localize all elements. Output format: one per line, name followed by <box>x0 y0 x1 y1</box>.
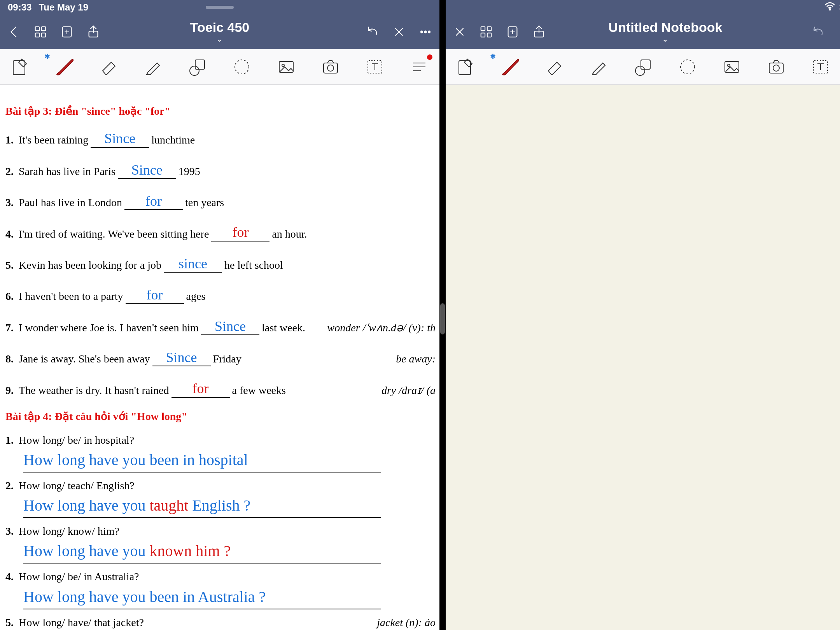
item-number: 3. <box>5 195 19 210</box>
item-text-post: an hour. <box>272 226 307 242</box>
item-text-pre: I'm tired of waiting. We've been sitting… <box>19 226 209 242</box>
highlighter-tool-icon[interactable] <box>142 56 164 78</box>
svg-point-14 <box>282 64 284 66</box>
share-icon[interactable] <box>531 24 547 40</box>
svg-rect-2 <box>35 33 39 37</box>
handwritten-answer: Since <box>104 131 135 146</box>
split-view: 09:33 Tue May 19 Toeic 450⌄ ✱ <box>0 0 840 630</box>
ex3-row: 4. I'm tired of waiting. We've been sitt… <box>5 221 436 241</box>
item-number: 3. <box>5 523 19 539</box>
item-text-post: ten years <box>185 195 224 210</box>
shape-tool-icon[interactable] <box>187 56 208 78</box>
svg-point-8 <box>428 31 430 33</box>
ex3-row: 3. Paul has live in London for ten years <box>5 190 436 210</box>
fill-blank: Since <box>152 346 211 366</box>
add-page-icon[interactable] <box>59 24 75 40</box>
item-text-post: a few weeks <box>232 383 286 398</box>
bluetooth-icon: ✱ <box>490 52 496 61</box>
back-icon[interactable] <box>6 24 22 40</box>
item-text-pre: It's been raining <box>19 132 88 147</box>
ex3-row: 1. It's been raining Since lunchtime <box>5 127 436 147</box>
svg-point-35 <box>773 65 779 71</box>
undo-icon[interactable] <box>365 24 380 40</box>
item-text-pre: I wonder where Joe is. I haven't seen hi… <box>19 320 199 335</box>
title-bar-left: Toeic 450⌄ <box>0 15 439 49</box>
image-tool-icon[interactable] <box>721 56 743 78</box>
item-text-post: last week. <box>262 320 305 335</box>
svg-point-7 <box>425 31 427 33</box>
svg-rect-0 <box>35 27 39 31</box>
pen-tool-icon[interactable] <box>499 56 521 78</box>
close-icon[interactable] <box>391 24 407 40</box>
handwritten-answer: for <box>232 224 248 240</box>
shape-tool-icon[interactable] <box>632 56 654 78</box>
highlighter-tool-icon[interactable] <box>588 56 610 78</box>
left-pane: 09:33 Tue May 19 Toeic 450⌄ ✱ <box>0 0 439 630</box>
readonly-icon[interactable] <box>9 56 31 78</box>
add-page-icon[interactable] <box>505 24 520 40</box>
item-text-post: ages <box>186 289 206 304</box>
close-icon <box>837 24 840 40</box>
svg-point-18 <box>829 9 831 10</box>
handwritten-answer-line: How long have you been in hospital <box>23 449 381 472</box>
ex4-row: 2. How long/ teach/ English? <box>5 478 436 493</box>
handwritten-answer: Since <box>166 350 197 365</box>
camera-tool-icon[interactable] <box>320 56 341 78</box>
image-tool-icon[interactable] <box>275 56 297 78</box>
more-tools-icon[interactable] <box>408 56 430 78</box>
svg-point-31 <box>681 60 695 74</box>
doc-title-left[interactable]: Toeic 450⌄ <box>190 20 249 43</box>
item-number: 8. <box>5 351 19 366</box>
grid-icon[interactable] <box>33 24 48 40</box>
document-content-right[interactable] <box>446 85 840 630</box>
handwritten-answer: Since <box>215 318 246 334</box>
item-number: 4. <box>5 569 19 584</box>
item-text-pre: Jane is away. She's been away <box>19 351 150 366</box>
eraser-tool-icon[interactable] <box>544 56 565 78</box>
item-text-pre: I haven't been to a party <box>19 289 123 304</box>
split-divider[interactable] <box>439 0 446 630</box>
item-number: 6. <box>5 289 19 304</box>
doc-title-right[interactable]: Untitled Notebook⌄ <box>609 20 723 43</box>
svg-rect-3 <box>42 33 46 37</box>
text-tool-icon[interactable] <box>810 56 831 78</box>
multitask-pill-icon[interactable] <box>206 6 234 9</box>
ex4-row: 3. How long/ know/ him? <box>5 523 436 539</box>
bluetooth-icon: ✱ <box>44 52 50 61</box>
document-content-left[interactable]: Bài tập 3: Điền "since" hoặc "for" 1. It… <box>0 85 439 630</box>
question-text: How long/ have/ that jacket? <box>19 615 144 630</box>
readonly-icon[interactable] <box>455 56 477 78</box>
item-text-post: he left school <box>224 257 283 273</box>
item-number: 5. <box>5 257 19 273</box>
fill-blank: for <box>211 221 270 241</box>
text-tool-icon[interactable] <box>364 56 386 78</box>
item-text-pre: Paul has live in London <box>19 195 122 210</box>
camera-tool-icon[interactable] <box>765 56 787 78</box>
share-icon[interactable] <box>86 24 101 40</box>
svg-point-30 <box>635 66 645 75</box>
undo-icon <box>810 24 826 40</box>
item-note: be away: <box>388 351 436 366</box>
exercise4-title: Bài tập 4: Đặt câu hỏi với "How long" <box>5 409 436 424</box>
status-time: 09:33 <box>8 2 32 13</box>
item-text-post: Friday <box>213 351 242 366</box>
handwritten-answer: since <box>178 256 207 271</box>
lasso-tool-icon[interactable] <box>231 56 253 78</box>
exercise3-title: Bài tập 3: Điền "since" hoặc "for" <box>5 103 436 119</box>
svg-rect-22 <box>487 33 491 37</box>
ex4-row: 5. How long/ have/ that jacket? jacket (… <box>5 615 436 630</box>
pen-tool-icon[interactable] <box>54 56 75 78</box>
question-text: How long/ be/ in hospital? <box>19 432 134 448</box>
svg-point-11 <box>190 66 199 75</box>
ex3-row: 6. I haven't been to a party for ages <box>5 284 436 304</box>
grid-icon[interactable] <box>478 24 494 40</box>
more-icon[interactable] <box>418 24 433 40</box>
item-number: 1. <box>5 432 19 448</box>
svg-rect-34 <box>769 63 783 73</box>
close-pane-icon[interactable] <box>452 24 467 40</box>
fill-blank: since <box>164 252 222 273</box>
svg-rect-10 <box>195 60 205 69</box>
question-text: How long/ teach/ English? <box>19 478 135 493</box>
lasso-tool-icon[interactable] <box>677 56 698 78</box>
eraser-tool-icon[interactable] <box>98 56 120 78</box>
